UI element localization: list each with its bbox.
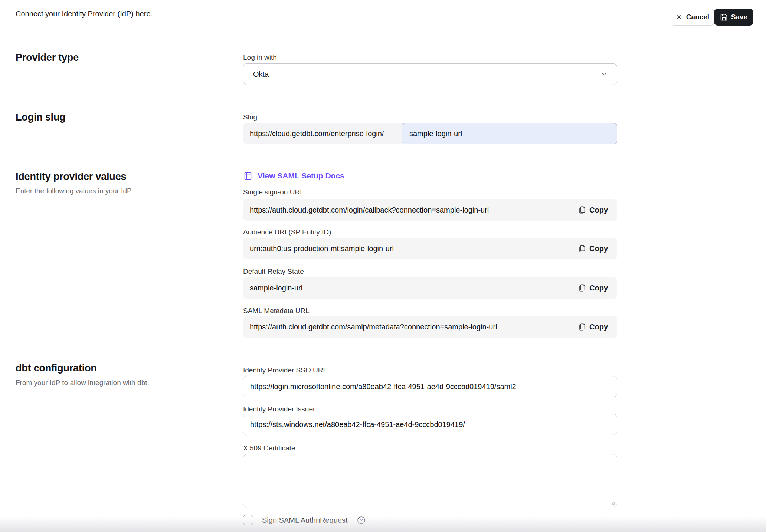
idp-sso-url-input[interactable] [243, 376, 617, 397]
copy-button-label: Copy [589, 284, 608, 292]
x509-certificate-wrap [243, 454, 617, 507]
slug-label: Slug [243, 113, 257, 121]
slug-prefix: https://cloud.getdbt.com/enterprise-logi… [243, 123, 402, 144]
idp-issuer-input[interactable] [243, 414, 617, 435]
svg-text:?: ? [360, 518, 363, 523]
copy-metadata-url-button[interactable]: Copy [578, 322, 608, 331]
floppy-disk-icon [720, 13, 728, 21]
audience-uri-value: urn:auth0:us-production-mt:sample-login-… [250, 244, 394, 253]
copy-audience-uri-button[interactable]: Copy [578, 244, 608, 253]
copy-icon [578, 322, 586, 331]
slug-input[interactable] [402, 123, 617, 144]
metadata-url-field: https://auth.cloud.getdbt.com/samlp/meta… [243, 316, 617, 338]
provider-type-heading: Provider type [16, 52, 79, 64]
idp-values-subtitle: Enter the following values in your IdP. [16, 187, 132, 195]
relay-state-field: sample-login-url Copy [243, 277, 617, 299]
login-with-label: Log in with [243, 53, 277, 62]
cancel-button-label: Cancel [686, 13, 709, 21]
saml-docs-link[interactable]: View SAML Setup Docs [243, 171, 344, 181]
page-title: Connect your Identity Provider (IdP) her… [16, 9, 153, 18]
copy-button-label: Copy [589, 206, 608, 214]
chevron-down-icon [600, 70, 608, 78]
copy-icon [578, 283, 586, 292]
copy-relay-state-button[interactable]: Copy [578, 283, 608, 292]
sso-url-label: Single sign-on URL [243, 188, 304, 196]
x509-certificate-label: X.509 Certificate [243, 444, 295, 452]
question-circle-icon[interactable]: ? [357, 516, 366, 525]
cancel-button[interactable]: Cancel [671, 9, 714, 26]
idp-sso-url-label: Identity Provider SSO URL [243, 366, 327, 374]
book-icon [243, 171, 253, 181]
sign-authn-label: Sign SAML AuthnRequest [262, 516, 348, 525]
provider-select-value: Okta [253, 70, 600, 79]
sso-url-field: https://auth.cloud.getdbt.com/login/call… [243, 199, 617, 221]
x-icon [675, 14, 682, 21]
dbt-configuration-heading: dbt configuration [16, 362, 97, 374]
metadata-url-value: https://auth.cloud.getdbt.com/samlp/meta… [250, 323, 497, 331]
audience-uri-label: Audience URI (SP Entity ID) [243, 228, 331, 236]
save-button-label: Save [731, 13, 747, 21]
saml-docs-link-label: View SAML Setup Docs [258, 171, 344, 180]
provider-select[interactable]: Okta [243, 63, 617, 85]
audience-uri-field: urn:auth0:us-production-mt:sample-login-… [243, 238, 617, 259]
copy-icon [578, 244, 586, 253]
login-slug-heading: Login slug [16, 111, 65, 124]
bottom-scroll-fade [0, 516, 766, 532]
idp-issuer-label: Identity Provider Issuer [243, 405, 315, 413]
dbt-configuration-subtitle: From your IdP to allow integration with … [16, 378, 149, 387]
idp-values-heading: Identity provider values [16, 171, 126, 183]
metadata-url-label: SAML Metadata URL [243, 306, 310, 315]
copy-button-label: Copy [589, 323, 608, 331]
copy-button-label: Copy [589, 244, 608, 253]
relay-state-value: sample-login-url [250, 284, 302, 292]
relay-state-label: Default Relay State [243, 267, 304, 276]
copy-icon [578, 206, 586, 214]
save-button[interactable]: Save [714, 9, 753, 26]
copy-sso-url-button[interactable]: Copy [578, 206, 608, 214]
sso-url-value: https://auth.cloud.getdbt.com/login/call… [250, 206, 489, 214]
x509-certificate-textarea[interactable] [243, 454, 617, 507]
sign-authn-checkbox[interactable] [243, 515, 253, 525]
